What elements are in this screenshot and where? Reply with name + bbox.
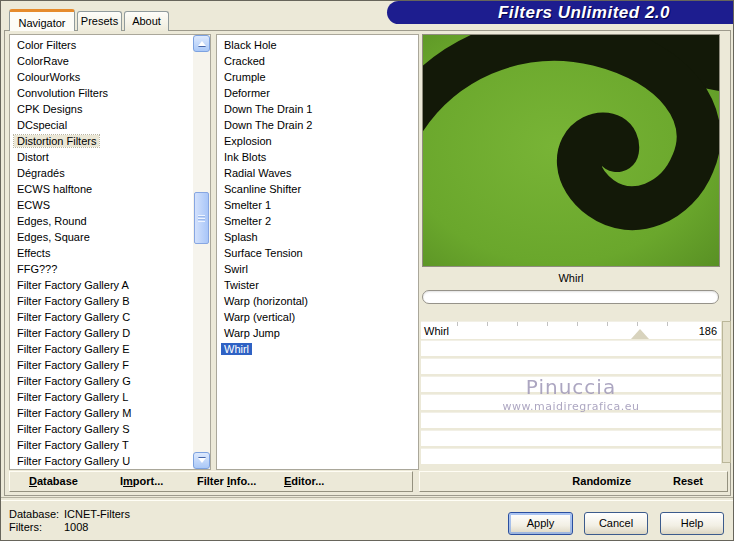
empty-slider-row (421, 430, 721, 446)
filter-listbox: Black HoleCrackedCrumpleDeformerDown The… (216, 34, 419, 470)
category-list-item[interactable]: Distort (10, 149, 193, 165)
filter-list-item[interactable]: Smelter 1 (217, 197, 418, 213)
slider-panel-scroll-strip (722, 321, 731, 463)
randomize-button[interactable]: Randomize (572, 472, 631, 491)
filter-list-item[interactable]: Ink Blots (217, 149, 418, 165)
tab-presets[interactable]: Presets (77, 11, 122, 31)
empty-slider-row (421, 412, 721, 428)
category-list-item[interactable]: Filter Factory Gallery F (10, 357, 193, 373)
filter-list-item[interactable]: Deformer (217, 85, 418, 101)
filter-list-item[interactable]: Warp Jump (217, 325, 418, 341)
scroll-down-icon[interactable] (193, 452, 210, 469)
filter-list-item[interactable]: Warp (vertical) (217, 309, 418, 325)
filter-list-item[interactable]: Down The Drain 1 (217, 101, 418, 117)
filters-count-value: 1008 (64, 521, 88, 533)
category-list-item[interactable]: Filter Factory Gallery L (10, 389, 193, 405)
filter-list-item[interactable]: Smelter 2 (217, 213, 418, 229)
category-list-item[interactable]: FFG??? (10, 261, 193, 277)
category-list-item[interactable]: ColourWorks (10, 69, 193, 85)
category-list-item[interactable]: CPK Designs (10, 101, 193, 117)
tab-navigator-label: Navigator (18, 17, 65, 29)
category-list-item[interactable]: Filter Factory Gallery U (10, 453, 193, 469)
scroll-up-icon[interactable] (193, 35, 210, 52)
filter-list-item[interactable]: Explosion (217, 133, 418, 149)
filter-list-item[interactable]: Whirl (217, 341, 418, 357)
slider-thumb[interactable] (631, 329, 649, 339)
database-status-value: ICNET-Filters (64, 508, 130, 520)
slider-value: 186 (699, 323, 717, 339)
filter-list: Black HoleCrackedCrumpleDeformerDown The… (217, 37, 418, 469)
category-list-item[interactable]: Filter Factory Gallery B (10, 293, 193, 309)
category-list-item[interactable]: Filter Factory Gallery A (10, 277, 193, 293)
whirl-preview-graphic (423, 35, 719, 266)
tab-about[interactable]: About (124, 11, 169, 31)
empty-slider-row (421, 448, 721, 464)
slider-label: Whirl (424, 323, 449, 339)
category-list-item[interactable]: Convolution Filters (10, 85, 193, 101)
category-list-item[interactable]: Distortion Filters (10, 133, 193, 149)
progress-bar (422, 290, 719, 304)
editor-button[interactable]: Editor... (284, 472, 324, 491)
category-list-item[interactable]: Filter Factory Gallery T (10, 437, 193, 453)
category-list-item[interactable]: ColorRave (10, 53, 193, 69)
cancel-button[interactable]: Cancel (584, 512, 648, 535)
slider-ticks (457, 322, 695, 326)
tab-about-label: About (132, 15, 161, 27)
title-banner: Filters Unlimited 2.0 (387, 1, 734, 24)
category-list-item[interactable]: Filter Factory Gallery S (10, 421, 193, 437)
category-list-item[interactable]: Filter Factory Gallery E (10, 341, 193, 357)
filter-list-item[interactable]: Warp (horizontal) (217, 293, 418, 309)
filters-count-label: Filters: (9, 521, 63, 533)
category-listbox: Color FiltersColorRaveColourWorksConvolu… (9, 34, 211, 470)
category-scrollbar[interactable] (193, 35, 210, 469)
window-title: Filters Unlimited 2.0 (452, 3, 670, 23)
category-list-item[interactable]: DCspecial (10, 117, 193, 133)
category-list-item[interactable]: Filter Factory Gallery M (10, 405, 193, 421)
toolbar-right-group: Randomize Reset (419, 471, 728, 492)
tab-navigator[interactable]: Navigator (9, 9, 75, 31)
category-list-item[interactable]: Effects (10, 245, 193, 261)
category-list-item[interactable]: Edges, Square (10, 229, 193, 245)
category-list-item[interactable]: ECWS halftone (10, 181, 193, 197)
filter-list-item[interactable]: Cracked (217, 53, 418, 69)
filter-preview-image (422, 34, 720, 267)
tab-presets-label: Presets (81, 15, 118, 27)
scrollbar-thumb[interactable] (194, 192, 209, 244)
filter-list-item[interactable]: Scanline Shifter (217, 181, 418, 197)
empty-slider-row (421, 376, 721, 392)
category-list-item[interactable]: Edges, Round (10, 213, 193, 229)
database-button[interactable]: Database (29, 472, 78, 491)
whirl-slider[interactable]: Whirl 186 (421, 321, 721, 339)
category-list-item[interactable]: ECWS (10, 197, 193, 213)
database-status-label: Database: (9, 508, 63, 520)
category-list-item[interactable]: Filter Factory Gallery G (10, 373, 193, 389)
filter-list-item[interactable]: Splash (217, 229, 418, 245)
filter-list-item[interactable]: Radial Waves (217, 165, 418, 181)
preview-caption: Whirl (422, 270, 720, 286)
category-list: Color FiltersColorRaveColourWorksConvolu… (10, 37, 193, 469)
toolbar-left-group: Database Import... Filter Info... Editor… (9, 471, 413, 492)
filter-info-button[interactable]: Filter Info... (197, 472, 256, 491)
empty-slider-row (421, 358, 721, 374)
category-list-item[interactable]: Filter Factory Gallery C (10, 309, 193, 325)
filter-list-item[interactable]: Crumple (217, 69, 418, 85)
filter-list-item[interactable]: Swirl (217, 261, 418, 277)
category-list-item[interactable]: Dégradés (10, 165, 193, 181)
category-list-item[interactable]: Color Filters (10, 37, 193, 53)
help-button[interactable]: Help (660, 512, 724, 535)
status-separator (1, 497, 734, 501)
empty-slider-row (421, 394, 721, 410)
filter-list-item[interactable]: Black Hole (217, 37, 418, 53)
empty-slider-row (421, 340, 721, 356)
apply-button[interactable]: Apply (508, 512, 573, 535)
category-list-item[interactable]: Filter Factory Gallery D (10, 325, 193, 341)
reset-button[interactable]: Reset (673, 472, 703, 491)
filter-list-item[interactable]: Twister (217, 277, 418, 293)
import-button[interactable]: Import... (120, 472, 163, 491)
filter-list-item[interactable]: Surface Tension (217, 245, 418, 261)
filter-list-item[interactable]: Down The Drain 2 (217, 117, 418, 133)
filters-unlimited-window: Filters Unlimited 2.0 Navigator Presets … (0, 0, 734, 541)
